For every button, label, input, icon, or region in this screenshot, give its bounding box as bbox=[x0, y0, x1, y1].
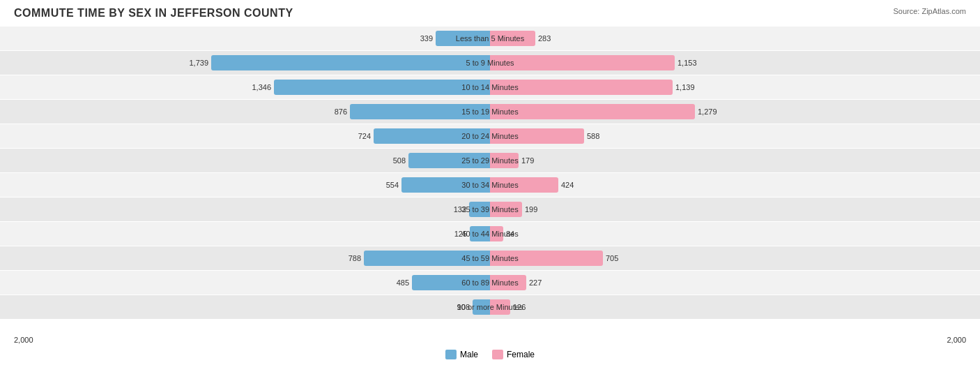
table-row: 1258440 to 44 Minutes bbox=[0, 222, 980, 246]
row-center-label: 45 to 59 Minutes bbox=[459, 254, 521, 262]
value-female: 283 bbox=[538, 34, 551, 43]
table-row: 339283Less than 5 Minutes bbox=[0, 27, 980, 50]
chart-rows: 339283Less than 5 Minutes1,7391,1535 to … bbox=[0, 27, 980, 330]
chart-legend: Male Female bbox=[445, 350, 535, 359]
table-row: 13219935 to 39 Minutes bbox=[0, 198, 980, 221]
table-row: 55442430 to 34 Minutes bbox=[0, 173, 980, 197]
legend-female-label: Female bbox=[507, 350, 535, 359]
bar-male bbox=[274, 80, 490, 95]
value-female: 199 bbox=[525, 205, 537, 214]
table-row: 72458820 to 24 Minutes bbox=[0, 124, 980, 148]
value-female: 1,279 bbox=[698, 107, 717, 116]
value-female: 179 bbox=[521, 156, 534, 165]
source-label: Source: ZipAtlas.com bbox=[893, 7, 966, 15]
table-row: 50817925 to 29 Minutes bbox=[0, 149, 980, 172]
bar-male bbox=[211, 55, 490, 70]
value-female: 705 bbox=[606, 254, 618, 262]
value-female: 588 bbox=[587, 132, 599, 140]
legend-female: Female bbox=[492, 350, 535, 359]
row-center-label: 90 or more Minutes bbox=[454, 303, 526, 311]
legend-male-label: Male bbox=[460, 350, 478, 359]
table-row: 1,7391,1535 to 9 Minutes bbox=[0, 51, 980, 75]
table-row: 48522760 to 89 Minutes bbox=[0, 271, 980, 295]
row-center-label: 40 to 44 Minutes bbox=[459, 230, 521, 238]
row-center-label: 15 to 19 Minutes bbox=[459, 107, 521, 116]
row-center-label: 35 to 39 Minutes bbox=[459, 205, 521, 214]
value-female: 227 bbox=[529, 278, 542, 287]
legend-male: Male bbox=[445, 350, 478, 359]
row-center-label: 60 to 89 Minutes bbox=[459, 278, 521, 287]
row-center-label: 10 to 14 Minutes bbox=[459, 83, 521, 91]
row-center-label: 20 to 24 Minutes bbox=[459, 132, 521, 140]
value-female: 1,153 bbox=[677, 59, 697, 67]
value-male: 554 bbox=[386, 181, 399, 189]
table-row: 1,3461,13910 to 14 Minutes bbox=[0, 75, 980, 99]
value-male: 339 bbox=[420, 34, 433, 43]
legend-male-box bbox=[445, 350, 457, 359]
value-male: 1,346 bbox=[252, 83, 271, 91]
chart-container: COMMUTE TIME BY SEX IN JEFFERSON COUNTY … bbox=[0, 0, 980, 365]
chart-title: COMMUTE TIME BY SEX IN JEFFERSON COUNTY bbox=[14, 7, 966, 20]
value-female: 1,139 bbox=[675, 83, 695, 91]
value-male: 1,739 bbox=[189, 59, 208, 67]
table-row: 10812690 or more Minutes bbox=[0, 295, 980, 319]
row-center-label: Less than 5 Minutes bbox=[453, 34, 527, 43]
axis-left: 2,000 bbox=[14, 336, 33, 344]
axis-right: 2,000 bbox=[947, 336, 966, 344]
row-center-label: 5 to 9 Minutes bbox=[463, 59, 516, 67]
legend-female-box bbox=[492, 350, 503, 359]
row-center-label: 30 to 34 Minutes bbox=[459, 181, 521, 189]
value-male: 788 bbox=[349, 254, 361, 262]
value-male: 724 bbox=[358, 132, 371, 140]
table-row: 78870545 to 59 Minutes bbox=[0, 246, 980, 270]
row-center-label: 25 to 29 Minutes bbox=[459, 156, 521, 165]
value-female: 424 bbox=[561, 181, 574, 189]
value-male: 508 bbox=[393, 156, 406, 165]
table-row: 8761,27915 to 19 Minutes bbox=[0, 100, 980, 124]
bar-female bbox=[490, 55, 675, 70]
value-male: 876 bbox=[335, 107, 347, 116]
value-male: 485 bbox=[397, 278, 409, 287]
